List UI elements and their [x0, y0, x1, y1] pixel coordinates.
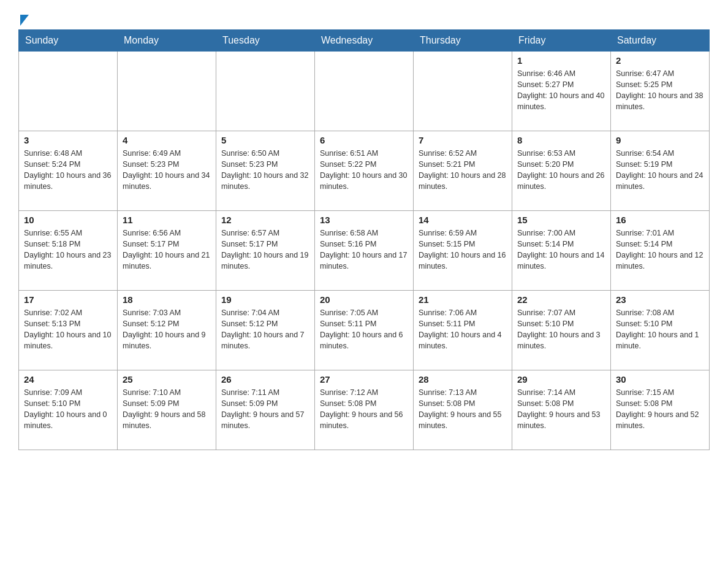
calendar-cell: 3Sunrise: 6:48 AM Sunset: 5:24 PM Daylig…: [19, 131, 118, 211]
calendar-cell: 29Sunrise: 7:14 AM Sunset: 5:08 PM Dayli…: [512, 370, 611, 450]
calendar-cell: 5Sunrise: 6:50 AM Sunset: 5:23 PM Daylig…: [216, 131, 315, 211]
day-info: Sunrise: 7:01 AM Sunset: 5:14 PM Dayligh…: [616, 228, 704, 272]
day-info: Sunrise: 7:03 AM Sunset: 5:12 PM Dayligh…: [123, 307, 211, 352]
day-number: 26: [221, 374, 309, 385]
calendar-cell: 4Sunrise: 6:49 AM Sunset: 5:23 PM Daylig…: [118, 131, 216, 211]
day-number: 1: [517, 55, 605, 66]
day-number: 4: [123, 135, 211, 145]
day-info: Sunrise: 7:00 AM Sunset: 5:14 PM Dayligh…: [517, 228, 605, 272]
calendar-week-row: 1Sunrise: 6:46 AM Sunset: 5:27 PM Daylig…: [19, 52, 710, 131]
calendar-cell: 6Sunrise: 6:51 AM Sunset: 5:22 PM Daylig…: [315, 131, 414, 211]
day-number: 2: [616, 55, 704, 66]
calendar-cell: 18Sunrise: 7:03 AM Sunset: 5:12 PM Dayli…: [118, 291, 216, 370]
weekday-header-saturday: Saturday: [611, 30, 710, 52]
day-info: Sunrise: 7:12 AM Sunset: 5:08 PM Dayligh…: [320, 387, 408, 432]
calendar-cell: 12Sunrise: 6:57 AM Sunset: 5:17 PM Dayli…: [216, 211, 315, 291]
day-info: Sunrise: 6:48 AM Sunset: 5:24 PM Dayligh…: [24, 148, 112, 193]
calendar-cell: 7Sunrise: 6:52 AM Sunset: 5:21 PM Daylig…: [414, 131, 512, 211]
day-info: Sunrise: 7:08 AM Sunset: 5:10 PM Dayligh…: [616, 307, 704, 352]
calendar-cell: 13Sunrise: 6:58 AM Sunset: 5:16 PM Dayli…: [315, 211, 414, 291]
day-info: Sunrise: 6:49 AM Sunset: 5:23 PM Dayligh…: [123, 148, 211, 193]
day-info: Sunrise: 7:10 AM Sunset: 5:09 PM Dayligh…: [123, 387, 211, 432]
calendar-cell: 9Sunrise: 6:54 AM Sunset: 5:19 PM Daylig…: [611, 131, 710, 211]
calendar-week-row: 10Sunrise: 6:55 AM Sunset: 5:18 PM Dayli…: [19, 211, 710, 291]
calendar-week-row: 17Sunrise: 7:02 AM Sunset: 5:13 PM Dayli…: [19, 291, 710, 370]
day-info: Sunrise: 6:58 AM Sunset: 5:16 PM Dayligh…: [320, 228, 408, 272]
day-info: Sunrise: 6:53 AM Sunset: 5:20 PM Dayligh…: [517, 148, 605, 193]
day-number: 12: [221, 215, 309, 225]
calendar-cell: 24Sunrise: 7:09 AM Sunset: 5:10 PM Dayli…: [19, 370, 118, 450]
day-info: Sunrise: 7:04 AM Sunset: 5:12 PM Dayligh…: [221, 307, 309, 352]
weekday-header-wednesday: Wednesday: [315, 30, 414, 52]
logo: [18, 12, 36, 23]
day-info: Sunrise: 6:50 AM Sunset: 5:23 PM Dayligh…: [221, 148, 309, 193]
calendar-cell: 28Sunrise: 7:13 AM Sunset: 5:08 PM Dayli…: [414, 370, 512, 450]
day-info: Sunrise: 6:59 AM Sunset: 5:15 PM Dayligh…: [419, 228, 507, 272]
day-info: Sunrise: 6:55 AM Sunset: 5:18 PM Dayligh…: [24, 228, 112, 272]
calendar-cell: [315, 52, 414, 131]
day-number: 23: [616, 294, 704, 305]
calendar-cell: [414, 52, 512, 131]
weekday-header-monday: Monday: [118, 30, 216, 52]
calendar-cell: 14Sunrise: 6:59 AM Sunset: 5:15 PM Dayli…: [414, 211, 512, 291]
weekday-header-row: SundayMondayTuesdayWednesdayThursdayFrid…: [19, 30, 710, 52]
calendar-cell: 26Sunrise: 7:11 AM Sunset: 5:09 PM Dayli…: [216, 370, 315, 450]
day-number: 3: [24, 135, 112, 145]
day-number: 24: [24, 374, 112, 385]
day-number: 17: [24, 294, 112, 305]
day-number: 21: [419, 294, 507, 305]
day-number: 29: [517, 374, 605, 385]
day-info: Sunrise: 6:52 AM Sunset: 5:21 PM Dayligh…: [419, 148, 507, 193]
day-number: 19: [221, 294, 309, 305]
day-info: Sunrise: 6:51 AM Sunset: 5:22 PM Dayligh…: [320, 148, 408, 193]
calendar-cell: 17Sunrise: 7:02 AM Sunset: 5:13 PM Dayli…: [19, 291, 118, 370]
calendar-week-row: 3Sunrise: 6:48 AM Sunset: 5:24 PM Daylig…: [19, 131, 710, 211]
calendar-cell: 21Sunrise: 7:06 AM Sunset: 5:11 PM Dayli…: [414, 291, 512, 370]
day-number: 5: [221, 135, 309, 145]
day-number: 28: [419, 374, 507, 385]
day-info: Sunrise: 6:47 AM Sunset: 5:25 PM Dayligh…: [616, 68, 704, 113]
calendar-cell: [118, 52, 216, 131]
calendar-cell: 15Sunrise: 7:00 AM Sunset: 5:14 PM Dayli…: [512, 211, 611, 291]
weekday-header-friday: Friday: [512, 30, 611, 52]
day-info: Sunrise: 7:09 AM Sunset: 5:10 PM Dayligh…: [24, 387, 112, 432]
day-number: 15: [517, 215, 605, 225]
day-number: 27: [320, 374, 408, 385]
day-info: Sunrise: 7:15 AM Sunset: 5:08 PM Dayligh…: [616, 387, 704, 432]
day-number: 22: [517, 294, 605, 305]
calendar-cell: 2Sunrise: 6:47 AM Sunset: 5:25 PM Daylig…: [611, 52, 710, 131]
calendar-cell: 8Sunrise: 6:53 AM Sunset: 5:20 PM Daylig…: [512, 131, 611, 211]
calendar-cell: 16Sunrise: 7:01 AM Sunset: 5:14 PM Dayli…: [611, 211, 710, 291]
day-number: 20: [320, 294, 408, 305]
day-info: Sunrise: 6:57 AM Sunset: 5:17 PM Dayligh…: [221, 228, 309, 272]
day-info: Sunrise: 6:54 AM Sunset: 5:19 PM Dayligh…: [616, 148, 704, 193]
day-info: Sunrise: 6:46 AM Sunset: 5:27 PM Dayligh…: [517, 68, 605, 113]
calendar-week-row: 24Sunrise: 7:09 AM Sunset: 5:10 PM Dayli…: [19, 370, 710, 450]
day-number: 8: [517, 135, 605, 145]
calendar-table: SundayMondayTuesdayWednesdayThursdayFrid…: [18, 29, 710, 450]
day-info: Sunrise: 7:11 AM Sunset: 5:09 PM Dayligh…: [221, 387, 309, 432]
day-number: 16: [616, 215, 704, 225]
day-number: 30: [616, 374, 704, 385]
day-info: Sunrise: 6:56 AM Sunset: 5:17 PM Dayligh…: [123, 228, 211, 272]
day-number: 11: [123, 215, 211, 225]
day-number: 7: [419, 135, 507, 145]
day-info: Sunrise: 7:06 AM Sunset: 5:11 PM Dayligh…: [419, 307, 507, 352]
calendar-cell: 20Sunrise: 7:05 AM Sunset: 5:11 PM Dayli…: [315, 291, 414, 370]
weekday-header-thursday: Thursday: [414, 30, 512, 52]
day-number: 10: [24, 215, 112, 225]
calendar-cell: 30Sunrise: 7:15 AM Sunset: 5:08 PM Dayli…: [611, 370, 710, 450]
day-number: 18: [123, 294, 211, 305]
day-number: 6: [320, 135, 408, 145]
day-info: Sunrise: 7:07 AM Sunset: 5:10 PM Dayligh…: [517, 307, 605, 352]
calendar-cell: [216, 52, 315, 131]
day-number: 13: [320, 215, 408, 225]
day-number: 14: [419, 215, 507, 225]
calendar-cell: 23Sunrise: 7:08 AM Sunset: 5:10 PM Dayli…: [611, 291, 710, 370]
calendar-cell: 19Sunrise: 7:04 AM Sunset: 5:12 PM Dayli…: [216, 291, 315, 370]
day-number: 25: [123, 374, 211, 385]
calendar-cell: 10Sunrise: 6:55 AM Sunset: 5:18 PM Dayli…: [19, 211, 118, 291]
calendar-cell: 1Sunrise: 6:46 AM Sunset: 5:27 PM Daylig…: [512, 52, 611, 131]
day-info: Sunrise: 7:14 AM Sunset: 5:08 PM Dayligh…: [517, 387, 605, 432]
day-info: Sunrise: 7:05 AM Sunset: 5:11 PM Dayligh…: [320, 307, 408, 352]
